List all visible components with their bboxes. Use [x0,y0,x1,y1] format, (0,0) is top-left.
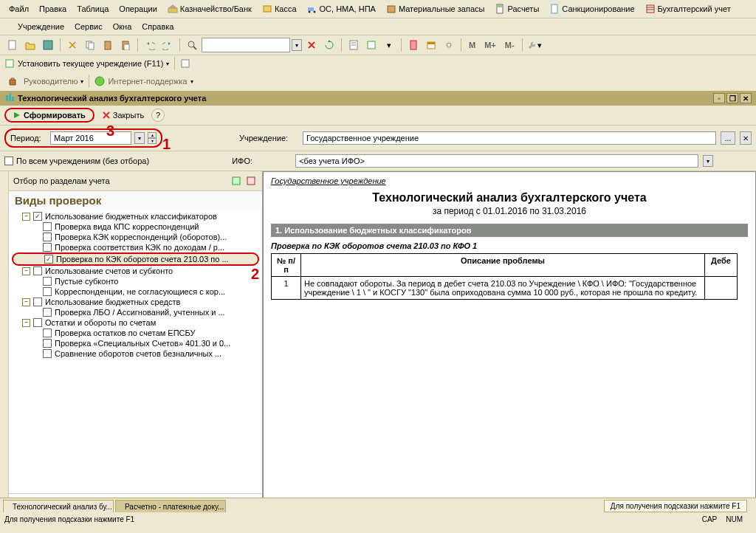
find-button[interactable] [184,37,200,53]
tree-checkbox[interactable] [43,339,52,348]
tree-item[interactable]: Проверка ЛБО / Ассигнований, учтенных и … [9,307,262,317]
tree-checkbox[interactable] [43,287,52,296]
tree-item[interactable]: Пустые субконто [9,276,262,286]
tree-item[interactable]: Проверка КЭК корреспонденций (оборотов).… [9,232,262,242]
menu-accounting[interactable]: Бухгалтерский учет [641,2,735,16]
period-up[interactable]: ▴ [148,132,157,138]
copy-button[interactable] [82,37,98,53]
menu-cash[interactable]: Касса [258,2,301,16]
menu-file[interactable]: Файл [4,3,33,15]
menu-ops[interactable]: Операции [114,3,161,15]
tree-item[interactable]: Корреспонденции, не согласующиеся с кор.… [9,286,262,297]
window-close-button[interactable]: ✕ [740,93,752,103]
period-dropdown[interactable]: ▾ [134,132,145,144]
uchr-pick-button[interactable]: ... [721,131,735,145]
tree-item[interactable]: −✓Использование бюджетных классификаторо… [9,211,262,221]
menu-assets[interactable]: ОС, НМА, НПА [303,2,380,16]
tree-item[interactable]: Проверка «Специальных Счетов» 401.30 и 0… [9,338,262,348]
tree-item[interactable]: Сравнение оборотов счетов безналичных ..… [9,348,262,359]
tree-item[interactable]: Проверка соответствия КЭК по доходам / р… [9,242,262,252]
tree-checkbox[interactable] [33,318,42,327]
role-icon-btn[interactable] [4,73,21,89]
box-icon [386,4,396,14]
new-button[interactable] [4,37,21,53]
tree-checkbox[interactable] [43,349,52,358]
tree-item[interactable]: Проверка остатков по счетам ЕПСБУ [9,328,262,338]
menu-org[interactable]: Учреждение [13,21,69,32]
window-restore-button[interactable]: ❐ [726,93,738,103]
close-button[interactable]: Закрыть [97,109,148,121]
period-down[interactable]: ▾ [148,138,157,144]
menu-help[interactable]: Справка [137,21,178,32]
tree-item[interactable]: Проверка вида КПС корреспонденций [9,221,262,232]
tree-checkbox[interactable] [43,233,52,241]
tree-item[interactable]: −Использование счетов и субконто [9,266,262,276]
tree-checkbox[interactable] [33,298,42,306]
uchr-label: Учреждение: [239,134,298,142]
tree-toggle[interactable]: − [22,213,30,221]
mminus-button[interactable]: М- [501,37,518,53]
mplus-button[interactable]: М+ [481,37,500,53]
undo-icon [145,40,155,50]
clear-button[interactable] [303,37,320,53]
help-button[interactable]: ? [151,109,165,122]
tool1-button[interactable] [346,37,362,53]
tool2-button[interactable] [363,37,379,53]
uchr-clear-button[interactable]: ✕ [740,131,752,145]
window-min-button[interactable]: ▫ [713,93,725,103]
tree-toggle[interactable]: − [22,319,30,327]
tree-checkbox[interactable] [43,277,52,286]
tool3-button[interactable]: ▾ [381,37,397,53]
menu-calc[interactable]: Расчеты [490,2,543,16]
redo-button[interactable] [159,37,176,53]
tree-checkbox[interactable] [43,308,52,317]
search-input[interactable] [202,38,290,52]
org2-icon[interactable] [180,58,190,69]
menu-service[interactable]: Сервис [70,21,107,32]
tab-tech-analysis[interactable]: Технологический анализ бу... [3,500,114,512]
tree-toggle[interactable]: − [22,267,30,275]
form-button[interactable]: Сформировать [4,108,94,123]
paste2-button[interactable] [117,37,134,53]
search-dd[interactable]: ▾ [292,39,302,51]
m-button[interactable]: М [465,37,479,53]
expand-all-button[interactable] [230,174,243,188]
cut-button[interactable] [64,37,80,53]
tab-payments[interactable]: Расчетно - платежные доку... [115,500,226,512]
period-input[interactable] [50,131,131,145]
menu-edit[interactable]: Правка [35,3,71,15]
tree-checkbox[interactable] [43,222,52,231]
calendar-button[interactable] [423,37,439,53]
refresh-button[interactable] [321,37,337,53]
menu-sanction[interactable]: Санкционирование [545,2,639,16]
undo-button[interactable] [142,37,158,53]
tree-toggle[interactable]: − [22,298,30,306]
clipboard-icon [103,40,113,50]
wrench-button[interactable]: ▾ [526,37,543,53]
tree-checkbox[interactable]: ✓ [33,212,42,221]
allorgs-checkbox[interactable] [4,157,13,165]
menu-windows[interactable]: Окна [109,21,137,32]
tree-item[interactable]: −Остатки и обороты по счетам [9,317,262,328]
tree-item[interactable]: ✓Проверка по КЭК оборотов счета 210.03 п… [12,252,259,266]
uchr-input[interactable] [303,131,716,145]
uncheck-all-button[interactable] [244,174,258,188]
menu-table[interactable]: Таблица [72,3,113,15]
tree-checkbox[interactable] [43,243,52,252]
role-support[interactable]: Интернет-поддержка [108,77,187,86]
tree-checkbox[interactable] [43,329,52,337]
calc2-button[interactable] [405,37,422,53]
role-manager[interactable]: Руководителю [24,77,78,86]
save-button[interactable] [40,37,56,53]
tree-checkbox[interactable] [33,266,42,275]
menu-materials[interactable]: Материальные запасы [382,2,489,16]
ifo-dropdown[interactable]: ▾ [703,155,713,167]
tree-item[interactable]: −Использование бюджетных средств [9,297,262,307]
ifo-input[interactable] [295,154,698,168]
open-button[interactable] [22,37,38,53]
opts-button[interactable] [441,37,457,53]
tree-checkbox[interactable]: ✓ [44,255,53,264]
paste-button[interactable] [100,37,116,53]
set-org-label[interactable]: Установить текущее учреждение (F11) [18,59,163,68]
menu-treasury[interactable]: Казначейство/Банк [163,2,256,16]
